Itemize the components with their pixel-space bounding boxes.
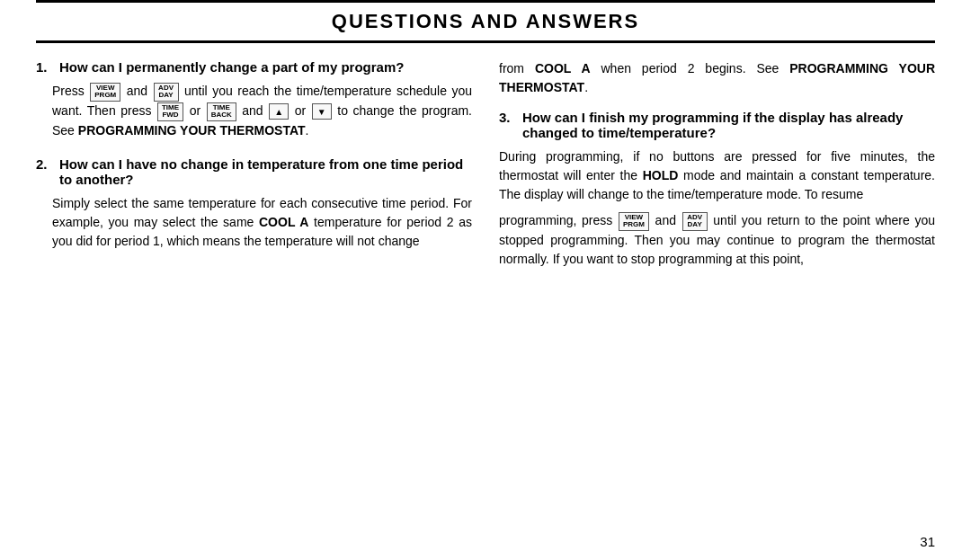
q3-title-text: How can I finish my programming if the d…	[522, 110, 935, 140]
q3-text-2: until you return to the point where you …	[499, 213, 935, 266]
q2-answer: Simply select the same temperature for e…	[52, 194, 472, 251]
hold-bold: HOLD	[643, 168, 679, 182]
q3-num: 3.	[499, 110, 517, 140]
q2-num: 2.	[36, 156, 54, 187]
title-section: QUESTIONS AND ANSWERS	[36, 0, 935, 43]
q2-continuation: from COOL A when period 2 begins. See PR…	[499, 59, 935, 97]
and-text-1: and	[127, 84, 153, 98]
question-3-title: 3. How can I finish my programming if th…	[499, 110, 935, 140]
col-right: from COOL A when period 2 begins. See PR…	[499, 59, 935, 285]
page-number: 31	[920, 534, 935, 549]
or-text-2: or	[295, 103, 311, 118]
col-left: 1. How can I permanently change a part o…	[36, 59, 472, 285]
and-text-2: and	[242, 103, 268, 118]
adv-day-button-1: ADV DAY	[154, 83, 179, 102]
adv-day-button-2: ADV DAY	[682, 212, 708, 232]
question-3-block: 3. How can I finish my programming if th…	[499, 110, 935, 269]
q2-title-text: How can I have no change in temperature …	[59, 156, 472, 187]
down-arrow-button: ▼	[312, 103, 332, 120]
or-text-1: or	[190, 103, 206, 118]
page-title: QUESTIONS AND ANSWERS	[36, 10, 935, 33]
cool-a-bold-1: COOL A	[259, 215, 308, 229]
and-text-3: and	[655, 213, 681, 227]
q1-num: 1.	[36, 59, 54, 75]
question-1-title: 1. How can I permanently change a part o…	[36, 59, 472, 75]
view-prgm-button-2: VIEW PRGM	[619, 212, 649, 232]
question-1-block: 1. How can I permanently change a part o…	[36, 59, 472, 140]
view-prgm-button-1: VIEW PRGM	[90, 83, 120, 102]
q3-para-1: During programming, if no buttons are pr…	[499, 147, 935, 204]
cool-a-bold-2: COOL A	[535, 61, 591, 76]
time-back-button: TIME BACK	[207, 102, 236, 122]
q1-answer: Press VIEW PRGM and ADV DAY until you re…	[52, 82, 472, 140]
q3-answer: During programming, if no buttons are pr…	[499, 147, 935, 269]
q3-para-2: programming, press VIEW PRGM and ADV DAY…	[499, 211, 935, 269]
q1-title-text: How can I permanently change a part of m…	[59, 59, 404, 75]
up-arrow-button: ▲	[269, 103, 289, 120]
columns: 1. How can I permanently change a part o…	[36, 59, 935, 285]
time-fwd-button: TIME FWD	[157, 102, 183, 122]
question-2-block: 2. How can I have no change in temperatu…	[36, 156, 472, 251]
page: QUESTIONS AND ANSWERS 1. How can I perma…	[0, 0, 971, 560]
question-2-title: 2. How can I have no change in temperatu…	[36, 156, 472, 187]
prog-bold-1: PROGRAMMING YOUR THERMOSTAT	[78, 123, 306, 138]
